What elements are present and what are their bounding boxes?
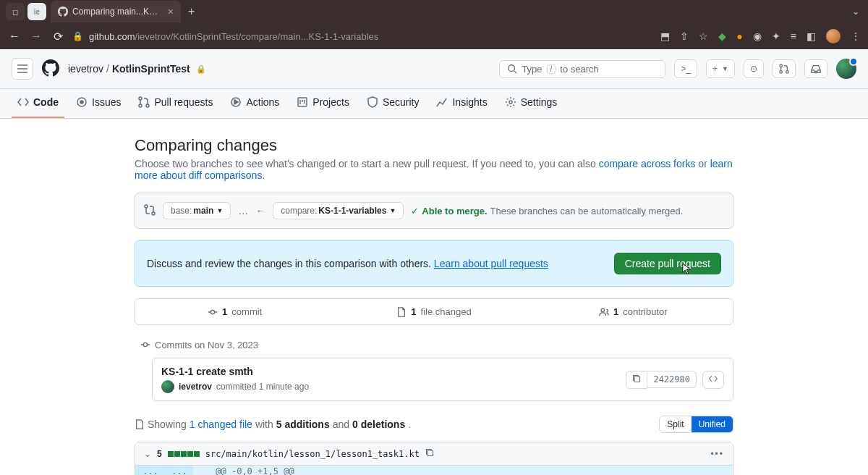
search-icon bbox=[507, 64, 517, 74]
kebab-menu-icon[interactable]: ⋮ bbox=[851, 30, 861, 42]
extension-flame-icon[interactable]: ● bbox=[736, 30, 742, 42]
compare-branch-selector[interactable]: compare: KS-1-1-variables ▼ bbox=[273, 202, 404, 219]
shield-icon bbox=[367, 96, 378, 108]
address-bar[interactable]: 🔒 github.com/ievetrov/KotlinSprintTest/c… bbox=[72, 31, 653, 42]
search-input[interactable]: Type / to search bbox=[499, 60, 665, 78]
file-icon bbox=[396, 307, 407, 317]
base-branch-selector[interactable]: base: main ▼ bbox=[163, 202, 231, 219]
unified-view-button[interactable]: Unified bbox=[692, 416, 733, 432]
chevron-down-icon[interactable]: ⌄ bbox=[144, 449, 151, 459]
close-tab-icon[interactable]: × bbox=[168, 6, 174, 17]
create-pr-prompt: Discuss and review the changes in this c… bbox=[135, 240, 733, 287]
extensions-puzzle-icon[interactable]: ✦ bbox=[772, 30, 780, 42]
copy-icon bbox=[632, 374, 641, 383]
browser-profile-avatar[interactable] bbox=[826, 29, 841, 43]
extension-icon-1[interactable]: ◉ bbox=[753, 30, 762, 42]
pr-icon bbox=[138, 96, 150, 108]
nav-code[interactable]: Code bbox=[12, 89, 64, 118]
inbox-icon bbox=[811, 64, 821, 74]
commit-date-icon bbox=[140, 340, 150, 352]
hamburger-icon bbox=[17, 63, 28, 75]
breadcrumb-separator: / bbox=[106, 63, 109, 75]
diff-view-toggle: Split Unified bbox=[659, 416, 733, 433]
chevron-down-icon[interactable]: ⌄ bbox=[852, 7, 859, 17]
check-icon: ✓ bbox=[411, 206, 419, 217]
nav-settings[interactable]: Settings bbox=[499, 89, 563, 118]
browse-code-button[interactable] bbox=[702, 371, 724, 389]
commit-meta: ievetrov committed 1 minute ago bbox=[161, 380, 309, 393]
panel-icon[interactable]: ◧ bbox=[807, 30, 816, 42]
extension-shield-icon[interactable]: ◆ bbox=[718, 30, 726, 42]
notifications-button[interactable] bbox=[804, 59, 827, 78]
user-avatar[interactable] bbox=[836, 59, 856, 79]
browser-chrome: ◻ ie Comparing main...KS-1-1-var × + ⌄ ←… bbox=[0, 0, 868, 49]
browser-toolbar: ← → ⟳ 🔒 github.com/ievetrov/KotlinSprint… bbox=[0, 23, 868, 49]
diff-file-menu-button[interactable]: ••• bbox=[710, 449, 724, 459]
commit-icon bbox=[208, 307, 218, 317]
pr-prompt-text: Discuss and review the changes in this c… bbox=[147, 258, 548, 269]
commit-author-avatar[interactable] bbox=[161, 380, 174, 393]
svg-point-6 bbox=[139, 97, 142, 100]
stat-commits[interactable]: 1 commit bbox=[135, 299, 334, 324]
github-favicon bbox=[58, 7, 68, 17]
changed-files-link[interactable]: 1 changed file bbox=[190, 419, 252, 430]
svg-rect-17 bbox=[634, 377, 640, 382]
active-browser-tab[interactable]: Comparing main...KS-1-1-var × bbox=[51, 1, 181, 22]
hamburger-menu-button[interactable] bbox=[12, 58, 33, 80]
share-icon[interactable]: ⇧ bbox=[680, 30, 689, 42]
page-subtitle: Choose two branches to see what's change… bbox=[135, 158, 733, 181]
commit-title[interactable]: KS-1-1 create smth bbox=[161, 366, 309, 377]
code-icon bbox=[17, 96, 29, 108]
nav-actions[interactable]: Actions bbox=[224, 89, 285, 118]
caret-down-icon: ▼ bbox=[216, 207, 223, 214]
github-logo[interactable] bbox=[42, 59, 59, 79]
menu-icon[interactable]: ≡ bbox=[791, 30, 796, 42]
reload-button[interactable]: ⟳ bbox=[51, 30, 65, 43]
pull-requests-button[interactable] bbox=[773, 59, 796, 78]
svg-point-15 bbox=[601, 308, 604, 311]
copy-icon bbox=[425, 448, 434, 457]
commit-row: KS-1-1 create smth ievetrov committed 1 … bbox=[152, 358, 733, 401]
bookmark-star-icon[interactable]: ☆ bbox=[699, 30, 708, 42]
svg-point-14 bbox=[210, 310, 214, 314]
svg-rect-18 bbox=[427, 450, 433, 456]
nav-projects[interactable]: Projects bbox=[291, 89, 355, 118]
back-button[interactable]: ← bbox=[7, 30, 22, 43]
nav-pull-requests[interactable]: Pull requests bbox=[132, 89, 218, 118]
svg-point-12 bbox=[145, 205, 148, 208]
breadcrumb-owner[interactable]: ievetrov bbox=[68, 63, 103, 75]
create-pull-request-button[interactable]: Create pull request bbox=[614, 253, 721, 274]
learn-pr-link[interactable]: Learn about pull requests bbox=[434, 258, 548, 269]
issues-icon bbox=[76, 96, 88, 108]
compare-stats: 1 commit 1 file changed 1 contributor bbox=[135, 298, 733, 325]
browser-toolbar-icons: ⬒ ⇧ ☆ ◆ ● ◉ ✦ ≡ ◧ ⋮ bbox=[660, 29, 861, 43]
nav-insights[interactable]: Insights bbox=[430, 89, 493, 118]
diff-filename[interactable]: src/main/kotlin/lesson_1/lesson1_task1.k… bbox=[205, 449, 420, 459]
svg-point-0 bbox=[509, 65, 515, 72]
nav-issues[interactable]: Issues bbox=[70, 89, 127, 118]
git-compare-icon bbox=[144, 204, 156, 218]
copy-path-button[interactable] bbox=[425, 448, 434, 459]
commit-sha-link[interactable]: 2422980 bbox=[647, 371, 697, 388]
breadcrumb-repo[interactable]: KotlinSprintTest bbox=[112, 63, 190, 75]
main-content: Comparing changes Choose two branches to… bbox=[123, 119, 745, 475]
notion-tab-icon[interactable]: ◻ bbox=[6, 3, 25, 20]
stat-files[interactable]: 1 file changed bbox=[334, 299, 533, 324]
command-palette-button[interactable]: >_ bbox=[674, 59, 697, 78]
arrow-left-icon: ← bbox=[255, 205, 265, 217]
nav-security[interactable]: Security bbox=[361, 89, 425, 118]
new-tab-button[interactable]: + bbox=[188, 5, 195, 18]
install-icon[interactable]: ⬒ bbox=[660, 30, 670, 42]
create-new-button[interactable]: +▼ bbox=[706, 59, 735, 78]
issues-button[interactable]: ⊙ bbox=[744, 59, 764, 78]
compare-forks-link[interactable]: compare across forks bbox=[599, 158, 696, 169]
diff-file: ⌄ 5 src/main/kotlin/lesson_1/lesson1_tas… bbox=[135, 442, 733, 475]
github-logo-icon bbox=[42, 59, 59, 77]
split-view-button[interactable]: Split bbox=[660, 416, 691, 432]
copy-sha-button[interactable] bbox=[626, 371, 647, 389]
diff-stat-bars bbox=[168, 451, 200, 457]
commit-author-link[interactable]: ievetrov bbox=[179, 382, 212, 392]
stat-contributors[interactable]: 1 contributor bbox=[534, 299, 733, 324]
svg-point-3 bbox=[786, 71, 789, 74]
tab-icon-2[interactable]: ie bbox=[27, 3, 46, 20]
